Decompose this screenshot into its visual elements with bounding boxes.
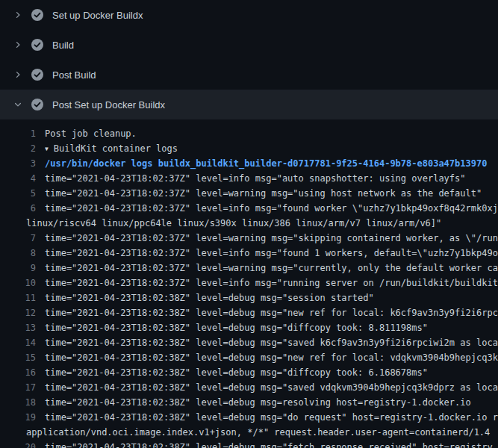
log-text: time="2021-04-23T18:02:38Z" level=debug … <box>45 335 498 350</box>
step-title: Set up Docker Buildx <box>52 10 143 21</box>
log-line: 8time="2021-04-23T18:02:37Z" level=info … <box>0 246 498 261</box>
line-number[interactable]: 17 <box>0 380 36 395</box>
log-text: time="2021-04-23T18:02:38Z" level=debug … <box>45 305 498 320</box>
log-text: Post job cleanup. <box>45 126 498 141</box>
step-title: Post Set up Docker Buildx <box>52 99 165 111</box>
line-number[interactable]: 6 <box>0 201 36 216</box>
chevron-right-icon <box>12 39 24 51</box>
line-number[interactable]: 7 <box>0 231 36 246</box>
log-text: time="2021-04-23T18:02:38Z" level=debug … <box>45 350 498 365</box>
log-text: time="2021-04-23T18:02:38Z" level=debug … <box>45 395 498 410</box>
chevron-right-icon <box>12 69 24 81</box>
log-text: time="2021-04-23T18:02:38Z" level=debug … <box>45 410 498 425</box>
actions-log-viewer: Set up Docker BuildxBuildPost BuildPost … <box>0 0 498 448</box>
step-title: Post Build <box>52 69 96 81</box>
log-line: 13time="2021-04-23T18:02:38Z" level=debu… <box>0 320 498 335</box>
log-text: time="2021-04-23T18:02:38Z" level=debug … <box>45 380 498 395</box>
log-line: 16time="2021-04-23T18:02:38Z" level=debu… <box>0 365 498 380</box>
line-number[interactable]: 12 <box>0 305 36 320</box>
steps-list: Set up Docker BuildxBuildPost BuildPost … <box>0 0 498 119</box>
line-number[interactable]: 14 <box>0 335 36 350</box>
line-number[interactable]: 16 <box>0 365 36 380</box>
log-line: 14time="2021-04-23T18:02:38Z" level=debu… <box>0 335 498 350</box>
log-line: 12time="2021-04-23T18:02:38Z" level=debu… <box>0 305 498 320</box>
step-header-set-up-docker-buildx[interactable]: Set up Docker Buildx <box>0 0 498 30</box>
group-label: BuildKit container logs <box>54 143 178 154</box>
log-line: 5time="2021-04-23T18:02:37Z" level=warni… <box>0 186 498 201</box>
log-line: 1Post job cleanup. <box>0 126 498 141</box>
log-line-continuation: linux/riscv64 linux/ppc64le linux/s390x … <box>0 216 498 231</box>
log-line: 4time="2021-04-23T18:02:37Z" level=info … <box>0 171 498 186</box>
step-header-post-set-up-docker-buildx[interactable]: Post Set up Docker Buildx <box>0 90 498 119</box>
log-text: time="2021-04-23T18:02:37Z" level=warnin… <box>45 261 498 276</box>
line-number[interactable]: 4 <box>0 171 36 186</box>
log-container: 1Post job cleanup.2▼BuildKit container l… <box>0 119 498 448</box>
triangle-down-icon: ▼ <box>45 142 49 156</box>
log-text: time="2021-04-23T18:02:37Z" level=info m… <box>45 201 498 216</box>
log-text: time="2021-04-23T18:02:38Z" level=debug … <box>45 365 498 380</box>
log-text: time="2021-04-23T18:02:37Z" level=info m… <box>45 276 498 290</box>
log-text: linux/riscv64 linux/ppc64le linux/s390x … <box>26 216 498 231</box>
log-line: 20time="2021-04-23T18:02:38Z" level=debu… <box>0 440 498 448</box>
log-line-continuation: application/vnd.oci.image.index.v1+json,… <box>0 425 498 440</box>
log-line: 19time="2021-04-23T18:02:38Z" level=debu… <box>0 410 498 425</box>
line-number[interactable]: 15 <box>0 350 36 365</box>
log-lines: 1Post job cleanup.2▼BuildKit container l… <box>0 126 498 448</box>
line-number[interactable]: 1 <box>0 126 36 141</box>
log-line: 15time="2021-04-23T18:02:38Z" level=debu… <box>0 350 498 365</box>
log-text: time="2021-04-23T18:02:37Z" level=info m… <box>45 171 498 186</box>
chevron-down-icon <box>12 99 24 111</box>
step-header-build[interactable]: Build <box>0 30 498 60</box>
line-number[interactable]: 19 <box>0 410 36 425</box>
log-text: /usr/bin/docker logs buildx_buildkit_bui… <box>45 156 498 171</box>
line-number[interactable]: 2 <box>0 141 36 156</box>
log-text: time="2021-04-23T18:02:38Z" level=debug … <box>45 320 498 335</box>
chevron-right-icon <box>12 9 24 21</box>
check-circle-icon <box>31 39 43 51</box>
log-text: time="2021-04-23T18:02:38Z" level=debug … <box>45 440 498 448</box>
log-line: 10time="2021-04-23T18:02:37Z" level=info… <box>0 276 498 290</box>
log-line: 7time="2021-04-23T18:02:37Z" level=warni… <box>0 231 498 246</box>
check-circle-icon <box>31 9 43 21</box>
log-text: ▼BuildKit container logs <box>45 141 498 156</box>
step-header-post-build[interactable]: Post Build <box>0 60 498 90</box>
line-number[interactable]: 9 <box>0 261 36 276</box>
log-text: time="2021-04-23T18:02:38Z" level=debug … <box>45 290 498 305</box>
log-line: 11time="2021-04-23T18:02:38Z" level=debu… <box>0 290 498 305</box>
log-text: time="2021-04-23T18:02:37Z" level=warnin… <box>45 231 498 246</box>
log-group-toggle[interactable]: 2▼BuildKit container logs <box>0 141 498 156</box>
line-number[interactable]: 11 <box>0 290 36 305</box>
line-number[interactable]: 18 <box>0 395 36 410</box>
log-text: application/vnd.oci.image.index.v1+json,… <box>26 425 498 440</box>
line-number[interactable]: 20 <box>0 440 36 448</box>
line-number[interactable]: 5 <box>0 186 36 201</box>
log-text: time="2021-04-23T18:02:37Z" level=warnin… <box>45 186 498 201</box>
line-number[interactable]: 13 <box>0 320 36 335</box>
line-number[interactable]: 8 <box>0 246 36 261</box>
line-number[interactable]: 3 <box>0 156 36 171</box>
check-circle-icon <box>31 69 43 81</box>
log-line: 18time="2021-04-23T18:02:38Z" level=debu… <box>0 395 498 410</box>
log-line: 17time="2021-04-23T18:02:38Z" level=debu… <box>0 380 498 395</box>
log-line: 9time="2021-04-23T18:02:37Z" level=warni… <box>0 261 498 276</box>
log-line-command: 3/usr/bin/docker logs buildx_buildkit_bu… <box>0 156 498 171</box>
check-circle-icon <box>31 99 43 111</box>
log-line: 6time="2021-04-23T18:02:37Z" level=info … <box>0 201 498 216</box>
log-text: time="2021-04-23T18:02:37Z" level=info m… <box>45 246 498 261</box>
line-number[interactable]: 10 <box>0 276 36 290</box>
step-title: Build <box>52 40 74 51</box>
